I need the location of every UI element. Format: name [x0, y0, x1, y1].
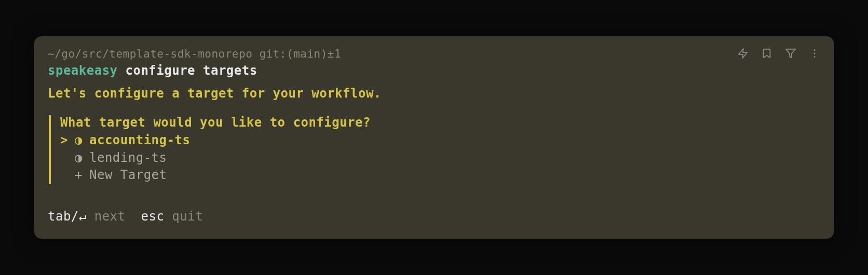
- plus-icon: +: [75, 167, 89, 184]
- option-label: New Target: [89, 167, 167, 184]
- bookmark-icon[interactable]: [761, 48, 772, 59]
- svg-point-2: [814, 49, 816, 51]
- tag-icon: ◑: [75, 149, 89, 167]
- tag-icon: ◑: [75, 132, 89, 149]
- svg-point-3: [814, 53, 816, 54]
- terminal-toolbar: [737, 48, 820, 59]
- option-new-target[interactable]: +New Target: [60, 167, 820, 184]
- cwd: ~/go/src/template-sdk-monorepo: [48, 48, 252, 60]
- option-accounting-ts[interactable]: >◑accounting-ts: [60, 132, 820, 149]
- command-name: speakeasy: [48, 63, 118, 78]
- filter-icon[interactable]: [785, 48, 796, 59]
- intro-text: Let's configure a target for your workfl…: [48, 86, 820, 101]
- prompt-path: ~/go/src/template-sdk-monorepo git:(main…: [48, 48, 820, 60]
- footer-hints: tab/↵ nextesc quit: [48, 209, 820, 224]
- key-hint-esc: esc: [141, 209, 165, 224]
- git-status: git:(main)±1: [252, 48, 341, 60]
- command-line: speakeasy configure targets: [48, 63, 820, 78]
- option-label: lending-ts: [89, 149, 167, 167]
- svg-marker-0: [739, 49, 748, 58]
- action-hint-next: next: [94, 209, 126, 224]
- more-icon[interactable]: [809, 48, 820, 59]
- svg-marker-1: [786, 49, 795, 58]
- option-label: accounting-ts: [89, 132, 190, 149]
- action-hint-quit: quit: [172, 209, 203, 224]
- option-lending-ts[interactable]: ◑lending-ts: [60, 149, 820, 167]
- key-hint-tab: tab/↵: [48, 209, 87, 224]
- prompt-question: What target would you like to configure?: [60, 115, 820, 130]
- terminal-panel: ~/go/src/template-sdk-monorepo git:(main…: [34, 36, 834, 239]
- prompt-block: What target would you like to configure?…: [49, 115, 820, 184]
- cursor-marker: >: [60, 132, 75, 149]
- bolt-icon[interactable]: [737, 48, 749, 59]
- svg-point-4: [814, 56, 816, 58]
- command-args: configure targets: [118, 63, 257, 78]
